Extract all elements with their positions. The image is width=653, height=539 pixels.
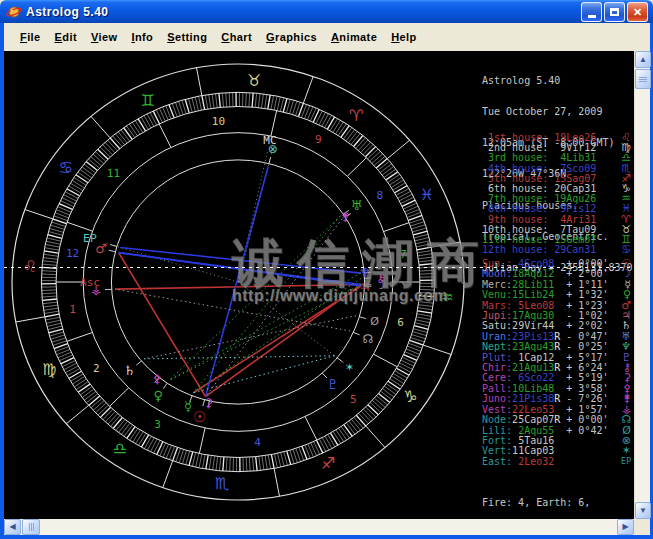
client-area: ♈♉♊♋♌♍♎♏♐♑♒♓123456789101112☉☽☿♀♂♃♄♅♆♇⚷⚳⚴… [4,51,634,519]
house-number-12: 12 [66,247,79,260]
aries-sign-icon: ♈ [349,106,363,125]
house-number-4: 4 [254,436,261,449]
house-list: 1st house: 19Leo26♌ 2nd house: 9Vir12♍ 3… [482,133,632,255]
plut-wheel-icon: ♇ [327,377,339,392]
menu-bar: FileEditViewInfoSettingChartGraphicsAnim… [4,23,650,51]
date-line: Tue October 27, 2009 [482,107,633,117]
element-totals: Fire: 4, Earth: 6, Air : 8, Water: 4 Car… [482,477,620,519]
angle-labels: AscMC [80,134,277,289]
app-icon [6,4,22,20]
menu-item-edit[interactable]: Edit [48,29,84,45]
info-panel: Astrolog 5.40 Tue October 27, 2009 12:05… [478,51,634,519]
pisces-sign-icon: ♓ [419,185,433,204]
astrolog-window: Astrolog 5.40 ✕ FileEditViewInfoSettingC… [0,0,653,539]
aspect-line-vert-satu [144,356,334,359]
mc-label: MC [263,134,276,147]
merc-wheel-icon: ☿ [184,399,192,414]
menu-item-view[interactable]: View [84,29,124,45]
scroll-left-button[interactable]: ◀ [4,519,21,535]
taurus-sign-icon: ♉ [247,71,261,90]
house-number-1: 1 [69,303,76,316]
lili-wheel-icon: Ø [370,315,379,328]
cancer-sign-icon: ♋ [58,158,72,177]
uran-wheel-icon: ♅ [351,198,363,213]
menu-item-file[interactable]: File [13,29,48,45]
close-button[interactable]: ✕ [627,2,648,22]
aspect-line-lili-satu [144,316,356,359]
thumb-grip [639,79,647,80]
house-number-9: 9 [315,133,322,146]
cere-wheel-icon: ⚳ [204,396,213,410]
chart-wheel: ♈♉♊♋♌♍♎♏♐♑♒♓123456789101112☉☽☿♀♂♃♄♅♆♇⚷⚳⚴… [4,51,478,519]
capricorn-sign-icon: ♑ [403,387,417,406]
house-number-5: 5 [350,393,357,406]
vert-wheel-icon: ✶ [345,361,354,374]
menu-item-graphics[interactable]: Graphics [259,29,324,45]
zodiac-sign-icon: ♋ [621,245,631,255]
jupi-wheel-icon: ♃ [359,279,371,294]
window-title: Astrolog 5.40 [26,5,109,19]
horizontal-scrollbar[interactable]: ◀ ▶ [4,519,634,535]
house-number-3: 3 [154,418,161,431]
minimize-icon [588,15,596,18]
virgo-sign-icon: ♍ [42,360,56,379]
menu-item-animate[interactable]: Animate [324,29,384,45]
house-number-10: 10 [212,115,225,128]
planet-row: East: 2Leo32 EP [482,457,632,467]
horizontal-scroll-thumb[interactable] [22,519,40,535]
asc-label: Asc [80,276,100,289]
vert-icon: ✶ [622,446,631,456]
house-row: 12th house: 29Can31♋ [482,245,632,255]
scrollbar-corner [634,519,650,535]
maximize-button[interactable] [604,2,625,22]
aspect-line-fort-sun [205,167,268,397]
east-icon: EP [621,457,631,467]
leo-sign-icon: ♌ [22,257,36,276]
aspect-line-moon-venu [169,285,361,381]
sagittarius-sign-icon: ♐ [321,454,335,473]
house-number-7: 7 [400,248,407,261]
house-number-2: 2 [93,362,100,375]
satu-wheel-icon: ♄ [124,363,136,378]
menu-item-chart[interactable]: Chart [214,29,259,45]
nept-wheel-icon: ♆ [359,265,371,280]
mars-wheel-icon: ♂ [95,241,107,256]
node-wheel-icon: ☊ [362,332,373,346]
maximize-icon [610,8,619,16]
house-number-8: 8 [376,189,383,202]
house-number-11: 11 [107,167,120,180]
app-version-line: Astrolog 5.40 [482,76,633,86]
aspect-line-vest-moon [115,285,361,290]
menu-item-setting[interactable]: Setting [160,29,214,45]
title-bar: Astrolog 5.40 ✕ [0,0,653,23]
house-number-6: 6 [397,316,404,329]
window-border-bottom [0,535,653,539]
east-wheel-icon: EP [83,232,97,245]
aspect-line-chir-merc [193,278,361,392]
scroll-up-button[interactable]: ▲ [635,51,651,68]
close-icon: ✕ [633,7,642,18]
libra-sign-icon: ♎ [113,439,127,458]
juno-wheel-icon: ⚵ [341,210,350,224]
menu-item-info[interactable]: Info [124,29,160,45]
venu-wheel-icon: ♀ [154,388,164,403]
menu-item-help[interactable]: Help [384,29,423,45]
gemini-sign-icon: ♊ [141,91,155,110]
aspect-line-uran-venu [169,216,340,381]
thumb-grip [31,523,32,531]
aquarius-sign-icon: ♒ [439,288,453,307]
scroll-down-button[interactable]: ▼ [635,502,651,519]
pall-wheel-icon: ⚴ [153,372,162,386]
planet-list: Sun : 4Sco08 + 0°00'☉Moon:18Aqu12 + 2°00… [482,259,632,467]
vertical-scrollbar[interactable]: ▲ ▼ [634,51,650,519]
scroll-right-button[interactable]: ▶ [617,519,634,535]
aspect-line-juno-sun [205,219,342,397]
minimize-button[interactable] [581,2,602,22]
chir-wheel-icon: ⚷ [376,271,385,285]
scorpio-sign-icon: ♏ [215,474,229,493]
totals-fire-earth: Fire: 4, Earth: 6, [482,498,620,509]
vertical-scroll-thumb[interactable] [635,69,651,89]
